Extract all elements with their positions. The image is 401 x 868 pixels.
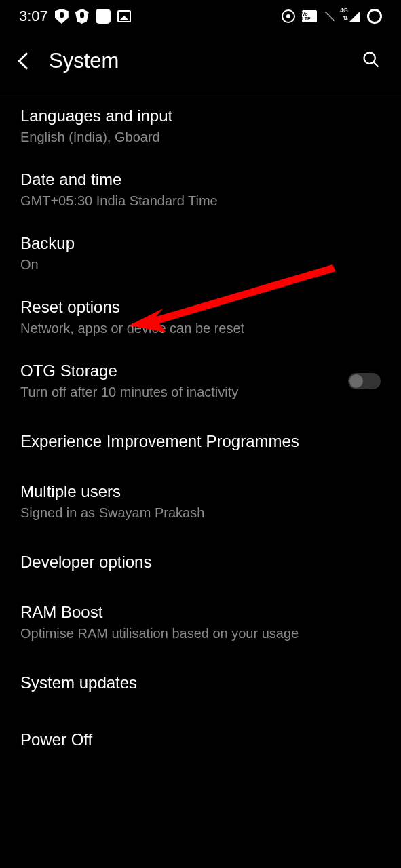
svg-line-3	[374, 62, 379, 67]
settings-list: Languages and input English (India), Gbo…	[0, 94, 401, 768]
setting-multiple-users[interactable]: Multiple users Signed in as Swayam Praka…	[20, 470, 381, 534]
setting-backup[interactable]: Backup On	[20, 222, 381, 285]
setting-subtitle: Network, apps or device can be reset	[20, 319, 381, 337]
setting-otg-storage[interactable]: OTG Storage Turn off after 10 minutes of…	[20, 349, 381, 413]
setting-reset-options[interactable]: Reset options Network, apps or device ca…	[20, 285, 381, 349]
svg-point-2	[364, 53, 375, 64]
setting-system-updates[interactable]: System updates	[20, 654, 381, 711]
setting-power-off[interactable]: Power Off	[20, 711, 381, 768]
setting-title: Backup	[20, 234, 381, 253]
volte-icon: Vo LTE	[302, 10, 317, 22]
setting-subtitle: Turn off after 10 minutes of inactivity	[20, 383, 348, 401]
app-notification-icon-1	[55, 9, 69, 24]
hotspot-icon	[282, 9, 295, 23]
setting-experience-improvement[interactable]: Experience Improvement Programmes	[20, 413, 381, 470]
loading-circle-icon	[367, 9, 382, 24]
page-header: System	[0, 30, 401, 94]
setting-title: RAM Boost	[20, 603, 381, 622]
search-button[interactable]	[362, 50, 381, 72]
screenshot-icon	[117, 10, 131, 22]
status-bar-right: Vo LTE 4G ⇅	[282, 9, 382, 24]
setting-title: System updates	[20, 673, 381, 692]
search-icon	[362, 50, 381, 69]
dnd-mute-icon	[324, 9, 336, 23]
setting-title: Multiple users	[20, 482, 381, 501]
setting-languages-input[interactable]: Languages and input English (India), Gbo…	[20, 94, 381, 158]
signal-icon: 4G ⇅	[343, 11, 360, 22]
setting-subtitle: Signed in as Swayam Prakash	[20, 504, 381, 521]
setting-subtitle: On	[20, 256, 381, 273]
setting-developer-options[interactable]: Developer options	[20, 534, 381, 591]
setting-subtitle: English (India), Gboard	[20, 128, 381, 146]
status-time: 3:07	[19, 7, 48, 25]
app-notification-icon-3	[96, 9, 111, 24]
page-title: System	[49, 49, 119, 73]
setting-title: Reset options	[20, 298, 381, 317]
setting-title: Developer options	[20, 553, 381, 572]
header-left: System	[20, 49, 119, 73]
setting-subtitle: Optimise RAM utilisation based on your u…	[20, 625, 381, 642]
setting-title: Power Off	[20, 730, 381, 749]
setting-title: OTG Storage	[20, 361, 348, 380]
setting-subtitle: GMT+05:30 India Standard Time	[20, 192, 381, 210]
back-icon[interactable]	[18, 52, 35, 69]
setting-title: Languages and input	[20, 106, 381, 125]
setting-date-time[interactable]: Date and time GMT+05:30 India Standard T…	[20, 158, 381, 222]
setting-title: Experience Improvement Programmes	[20, 432, 381, 451]
setting-title: Date and time	[20, 170, 381, 189]
status-bar-left: 3:07	[19, 7, 131, 25]
setting-ram-boost[interactable]: RAM Boost Optimise RAM utilisation based…	[20, 591, 381, 654]
otg-toggle[interactable]	[348, 373, 381, 389]
status-bar: 3:07 Vo LTE 4G ⇅	[0, 0, 401, 30]
app-notification-icon-2	[75, 9, 89, 24]
